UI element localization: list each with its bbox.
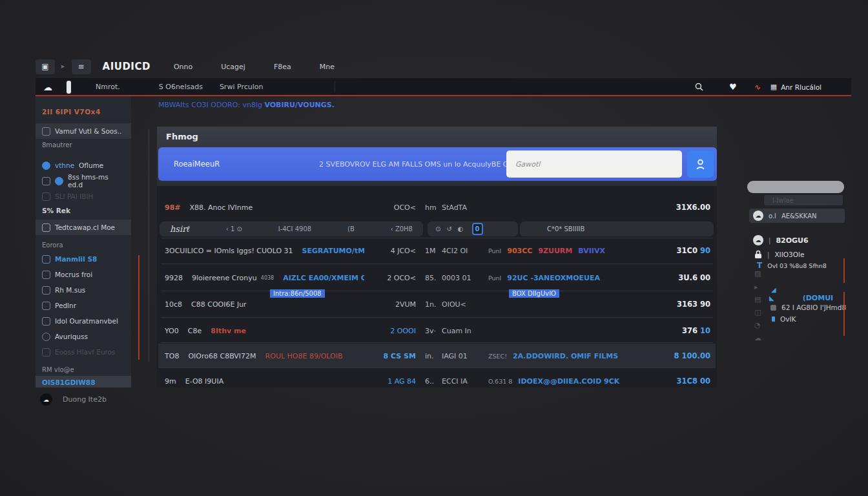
filter-seg: ‹ Z0H8 bbox=[391, 225, 413, 232]
sidebar-item-sli[interactable]: SLI PAI IBIH bbox=[36, 189, 131, 204]
cell-price-accent: 90 bbox=[700, 246, 710, 255]
sidebar-item-rhmsus[interactable]: Rh M.sus bbox=[36, 282, 131, 298]
right-item-chart2[interactable]: ◣ (DOMUI bbox=[769, 294, 833, 302]
sidebar-item-idol[interactable]: Idol Ouratmanvbel bbox=[36, 313, 131, 329]
toolbar-wide-pill[interactable]: C*0* SBIIIIB bbox=[520, 222, 714, 236]
panel-icon bbox=[42, 348, 50, 356]
cell-tag-link[interactable]: 2A.DDOWIRD. OMIF FILMS bbox=[513, 352, 618, 360]
tab-divider bbox=[335, 81, 335, 92]
tab-function[interactable]: Srwi Prculon bbox=[220, 83, 264, 91]
cell-price: 8 100.00 bbox=[655, 351, 710, 360]
flame-icon[interactable]: ∿ bbox=[754, 82, 761, 92]
target-icon[interactable]: ⊙ bbox=[435, 225, 440, 232]
cell-tag-link[interactable]: IDOEX@@DIIEA.COID 9CK bbox=[518, 377, 619, 386]
table-row[interactable]: 9928 9loiereene Cronyu 4038 AIZLC EA00/X… bbox=[158, 264, 716, 291]
sidebar-item-ois[interactable]: OIS81GDIW88 bbox=[36, 376, 131, 388]
toolbar-icons-pill[interactable]: ⊙ ↺ ◐ 0 bbox=[428, 222, 518, 236]
zero-badge[interactable]: 0 bbox=[472, 223, 483, 235]
sidebar-header: 2II 6IPI V7Ox4 bbox=[36, 108, 131, 116]
sidebar-item-avuriquss[interactable]: Avuriquss bbox=[36, 329, 131, 344]
cell-name-link[interactable]: SEGRATUMO/tMY bbox=[302, 247, 364, 255]
favorites-icon[interactable]: ♥ bbox=[729, 82, 737, 92]
right-item-backup[interactable]: ☁ | 82OGU6 bbox=[753, 235, 809, 245]
cell-label: O.631 8 bbox=[488, 378, 512, 385]
right-item-label: OvI 03 %8u8 Sfhn8 bbox=[767, 262, 827, 269]
table-row[interactable]: 3OCUILICO = IOmls Iggs! CUOLO 31 SEGRATU… bbox=[158, 238, 716, 263]
cell-price: 3163 90 bbox=[655, 300, 710, 309]
user-footer[interactable]: ☁ Duong Ite2b bbox=[40, 393, 107, 406]
panel-icon bbox=[42, 302, 50, 310]
square-icon bbox=[770, 305, 776, 311]
search-icon[interactable] bbox=[695, 83, 703, 91]
menu-item-2[interactable]: F8ea bbox=[274, 63, 291, 71]
sidebar-item-manmlil[interactable]: Manmlil S8 bbox=[36, 251, 131, 267]
banner-search-input[interactable] bbox=[506, 150, 682, 178]
right-link[interactable]: (DOMUI bbox=[803, 294, 833, 302]
table-row[interactable]: 9m E-O8 I9UIA 1 AG 84 6.. ECCI IA O.631 … bbox=[158, 369, 716, 388]
back-icon[interactable]: ➤ bbox=[60, 63, 65, 70]
sidebar-item-pedlnr[interactable]: Pedlnr bbox=[36, 298, 131, 313]
app-logo: AIUDICD bbox=[103, 61, 150, 72]
sidebar-item-label: Pedlnr bbox=[55, 302, 76, 309]
sidebar-item-mocrus[interactable]: Mocrus froi bbox=[36, 267, 131, 282]
right-item-settings[interactable]: T OvI 03 %8u8 Sfhn8 bbox=[757, 261, 827, 270]
undo-icon[interactable]: ↺ bbox=[446, 225, 451, 232]
right-red-indicator bbox=[843, 292, 845, 336]
filter-pill-group[interactable]: hsirℓ ‹ 1 ⊙ I-4CI 4908 (B ‹ Z0H8 bbox=[160, 222, 423, 236]
grid-icon: ▦ bbox=[770, 83, 777, 91]
table-row-selected[interactable]: TO8 OIOro68 C8BVI72M ROUL HO8E 89/OLOIB … bbox=[158, 344, 716, 368]
rail-cloud-icon[interactable]: ☁ bbox=[754, 334, 761, 342]
right-item-audio[interactable]: 62 I AG8IO I'JHmd8 bbox=[770, 304, 846, 311]
sidebar-label-8mautrer: 8mautrer bbox=[36, 139, 131, 152]
rail-panel-icon[interactable]: ▤ bbox=[754, 295, 761, 304]
menu-item-1[interactable]: Ucagej bbox=[221, 63, 245, 71]
right-account-item[interactable]: ☁ o.l AE&SKKAN bbox=[749, 209, 845, 223]
cell-name-link[interactable]: AIZLC EA00/XMEIM COMIUGON RIVIVOL bbox=[283, 274, 364, 282]
table-row[interactable]: YO0 C8e 8Ithv me 2 OOOI 3v· Cuam In 376 … bbox=[158, 318, 716, 343]
add-resources-button[interactable]: Anr Rlucálol bbox=[781, 83, 822, 91]
sidebar-item-eooss[interactable]: Eooss Hlavf Euros bbox=[36, 344, 131, 360]
sidebar-item-label: Eooss Hlavf Euros bbox=[55, 348, 116, 356]
cell-id: 9928 bbox=[165, 274, 183, 282]
sidebar-item-online[interactable]: vthne Oflume bbox=[36, 158, 131, 173]
right-item-chart[interactable]: ◢ bbox=[771, 286, 776, 293]
toolbar-wide-label: C*0* SBIIIIB bbox=[547, 225, 584, 232]
cell-qty: 8 CS SM bbox=[364, 352, 416, 360]
sidebar-item-8ss[interactable]: 8ss hms-ms ed.d bbox=[36, 173, 131, 189]
cell-tag-link[interactable]: 92UC -3ANEOXMOEUEA bbox=[507, 274, 600, 282]
window-icon[interactable]: ▣ bbox=[36, 59, 55, 74]
sidebar-item-vamuf[interactable]: Vamuf Vutl & Soos.. bbox=[36, 123, 131, 139]
cell-price: 31X6.00 bbox=[655, 203, 710, 212]
hamburger-menu-icon[interactable]: ≡ bbox=[72, 59, 91, 74]
table-row[interactable]: 98# X88. Anoc IVInme OCO< hm StAdTA 31X6… bbox=[158, 195, 716, 220]
rail-clock-icon[interactable]: ◔ bbox=[754, 321, 761, 329]
right-search-pill[interactable] bbox=[747, 181, 844, 193]
cell-subtext: 4038 bbox=[261, 275, 274, 281]
sidebar-item-rek[interactable]: S% Rek bbox=[36, 204, 131, 217]
tab-downloads[interactable]: S O6nelsads bbox=[159, 83, 203, 91]
cell-unit: 3v· bbox=[416, 327, 442, 335]
left-sidebar: 2II 6IPI V7Ox4 Vamuf Vutl & Soos.. 8maut… bbox=[36, 96, 131, 388]
banner-submit-button[interactable] bbox=[687, 150, 714, 178]
sidebar-scrollbar[interactable] bbox=[149, 129, 149, 362]
right-item-label: XIIO3Ole bbox=[774, 251, 804, 258]
contrast-icon[interactable]: ◐ bbox=[458, 225, 464, 232]
sidebar-item-tedtcawap[interactable]: Tedtcawap.cl Moe bbox=[36, 220, 131, 235]
cell-id: 10c8 bbox=[165, 300, 182, 309]
table-row[interactable]: 10c8 C88 COOI6E Jur 2VUM 1n. OIOU< 3163 … bbox=[158, 292, 716, 316]
divider-bar: | bbox=[767, 251, 769, 258]
rail-copy-icon[interactable]: ◫ bbox=[754, 308, 761, 316]
right-item-ovik[interactable]: OvIK bbox=[772, 315, 796, 323]
triangle-icon: ◣ bbox=[769, 294, 774, 302]
rail-folder-icon[interactable]: ▨ bbox=[754, 269, 761, 278]
menu-item-3[interactable]: Mne bbox=[320, 63, 335, 71]
right-item-lock[interactable]: | XIIO3Ole bbox=[754, 250, 804, 259]
breadcrumb-link[interactable]: MBWAIts CO3I ODORO: vn8lg VOBIRU/VOUNGS. bbox=[158, 101, 335, 109]
tab-nmrot[interactable]: Nmrot. bbox=[96, 83, 120, 91]
cell-name: OIOro68 C8BVI72M bbox=[188, 352, 256, 360]
cell-unit: 1n. bbox=[416, 300, 442, 309]
cell-tag: BVIIVX bbox=[578, 247, 605, 255]
t-icon: T bbox=[757, 261, 762, 270]
menu-item-0[interactable]: Onno bbox=[174, 63, 192, 71]
rail-play-icon[interactable]: ▸ bbox=[754, 283, 758, 291]
